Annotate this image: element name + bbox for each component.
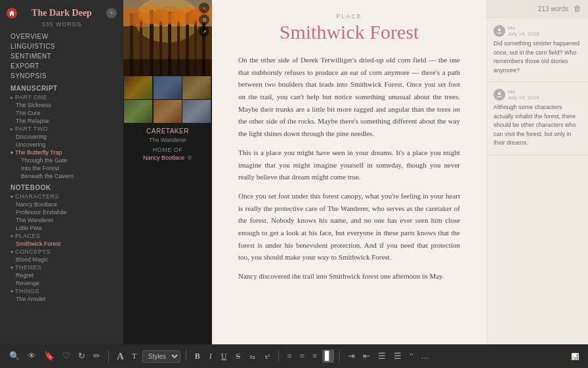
sidebar: The Dark Deep + 335 WORDS OVERVIEW LINGU… xyxy=(0,0,123,344)
strikethrough-button[interactable]: S xyxy=(232,350,243,363)
themes-label: THEMES xyxy=(15,264,42,271)
sidebar-item-little-pete[interactable]: Little Pete xyxy=(0,224,123,232)
toolbar-divider-1 xyxy=(108,350,109,362)
sidebar-item-through-gate[interactable]: Through the Gate xyxy=(0,156,123,164)
toolbar-divider-3 xyxy=(278,350,279,362)
project-title: The Dark Deep xyxy=(17,8,106,18)
home-icon[interactable] xyxy=(7,8,17,18)
comment-1-text: Did something sinister happened once, ou… xyxy=(494,39,581,75)
list-ordered-icon[interactable]: ☰ xyxy=(391,350,404,363)
nancy-gear-icon[interactable]: ⚙ xyxy=(187,154,192,161)
image-controls: + ⚙ ↗ xyxy=(199,3,209,37)
sidebar-item-nancy[interactable]: Nancy Bootlace xyxy=(0,200,123,208)
notebook-label: NOTEBOOK xyxy=(0,180,123,193)
block-icon-active[interactable]: ▋ xyxy=(322,350,334,363)
right-panel: 213 words 🗑 Me July 18, 2018 Did somethi… xyxy=(486,0,588,344)
align-right-icon[interactable]: ≡ xyxy=(310,350,320,363)
wanderer-label: The Wanderer xyxy=(123,136,212,144)
indent-icon[interactable]: ⇥ xyxy=(345,350,358,363)
part-one-label: PART ONE xyxy=(15,94,47,101)
text-icon[interactable]: A xyxy=(114,350,127,363)
sidebar-item-revenge[interactable]: Revenge xyxy=(0,279,123,287)
sidebar-item-linguistics[interactable]: LINGUISTICS xyxy=(0,41,123,51)
refresh-icon[interactable]: ↻ xyxy=(75,350,88,363)
nancy-link[interactable]: Nancy Bootlace ⚙ xyxy=(123,154,212,162)
comment-1-header: Me July 18, 2018 xyxy=(494,25,581,37)
sidebar-item-amulet[interactable]: The Amulet xyxy=(0,295,123,303)
sidebar-item-uncovering[interactable]: Uncovering xyxy=(0,141,123,149)
bottom-toolbar: 🔍 👁 🔖 ♡ ↻ ✏ A T Styles B I U S x₂ x² ≡ ≡… xyxy=(0,344,588,368)
sidebar-item-cure[interactable]: The Cure xyxy=(0,109,123,117)
bookmark-icon[interactable]: 🔖 xyxy=(41,350,57,363)
comment-2-avatar xyxy=(494,89,505,101)
sidebar-item-professor[interactable]: Professor Erstwhile xyxy=(0,208,123,216)
toolbar-divider-2 xyxy=(186,350,186,362)
main-image: + ⚙ ↗ xyxy=(123,0,212,76)
sidebar-item-relapse[interactable]: The Relapse xyxy=(0,117,123,125)
thumbnail-3[interactable] xyxy=(182,76,211,99)
superscript-button[interactable]: x² xyxy=(261,352,273,361)
thumbnail-1[interactable] xyxy=(124,76,152,99)
sidebar-item-wanderer[interactable]: The Wanderer xyxy=(0,216,123,224)
sidebar-item-sentiment[interactable]: SENTIMENT xyxy=(0,51,123,61)
search-icon[interactable]: 🔍 xyxy=(7,350,22,363)
underline-button[interactable]: U xyxy=(218,350,230,363)
align-left-icon[interactable]: ≡ xyxy=(284,350,294,363)
sidebar-item-into-forest[interactable]: Into the Forest xyxy=(0,164,123,172)
word-count: 335 WORDS xyxy=(0,21,123,32)
place-label: PLACE xyxy=(238,13,460,20)
sidebar-item-beneath-cavern[interactable]: Beneath the Cavern xyxy=(0,172,123,180)
thumbnail-6[interactable] xyxy=(182,100,211,123)
comment-1: Me July 18, 2018 Did something sinister … xyxy=(487,18,588,82)
ellipsis-icon[interactable]: … xyxy=(419,350,432,363)
text-icon-small[interactable]: T xyxy=(129,350,140,363)
sidebar-item-regret[interactable]: Regret xyxy=(0,271,123,279)
home-of-label: HOME OF xyxy=(123,144,212,154)
main-content: PLACE Smithwick Forest On the other side… xyxy=(212,0,486,344)
sidebar-item-discovering[interactable]: Discovering xyxy=(0,133,123,141)
stats-icon[interactable]: 📊 xyxy=(568,352,581,361)
sidebar-item-overview[interactable]: OVERVIEW xyxy=(0,32,123,41)
sidebar-header: The Dark Deep + xyxy=(0,0,123,21)
thumbnail-4[interactable] xyxy=(124,100,152,123)
thumbnail-5[interactable] xyxy=(154,100,182,123)
sidebar-item-synopsis[interactable]: SYNOPSIS xyxy=(0,71,123,81)
subscript-button[interactable]: x₂ xyxy=(246,352,259,361)
sidebar-item-sickness[interactable]: The Sickness xyxy=(0,101,123,109)
image-add-btn[interactable]: + xyxy=(199,3,209,13)
comment-2-meta: Me July 18, 2018 xyxy=(508,89,539,101)
comment-2: Me July 18, 2018 Although some character… xyxy=(487,82,588,155)
list-icon[interactable]: ☰ xyxy=(375,350,388,363)
italic-button[interactable]: I xyxy=(206,350,215,363)
svg-rect-21 xyxy=(123,59,212,76)
outdent-icon[interactable]: ⇤ xyxy=(360,350,373,363)
eye-icon[interactable]: 👁 xyxy=(25,350,39,363)
heart-icon[interactable]: ♡ xyxy=(60,350,73,363)
bold-button[interactable]: B xyxy=(192,350,203,363)
middle-panel: + ⚙ ↗ CARETAKER The Wanderer HOME OF Nan… xyxy=(123,0,212,344)
butterfly-trap-label[interactable]: The Butterfly Trap xyxy=(15,149,62,156)
sidebar-item-export[interactable]: EXPORT xyxy=(0,61,123,71)
styles-select[interactable]: Styles xyxy=(142,350,180,363)
paragraph-4: Nancy discovered the trail into Smithwic… xyxy=(238,270,460,283)
image-link-btn[interactable]: ↗ xyxy=(199,26,209,37)
svg-point-22 xyxy=(498,29,501,32)
sidebar-item-blood-magic[interactable]: Blood Magic xyxy=(0,256,123,264)
paragraph-3: Once you set foot under this forest cano… xyxy=(238,190,460,264)
edit-icon[interactable]: ✏ xyxy=(91,350,103,363)
manuscript-label: MANUSCRIPT xyxy=(0,81,123,93)
content-text[interactable]: On the other side of Derek Terwilliger's… xyxy=(238,54,460,283)
paragraph-2: This is a place you might have seen in y… xyxy=(238,147,460,183)
trash-icon[interactable]: 🗑 xyxy=(574,4,581,14)
image-settings-btn[interactable]: ⚙ xyxy=(199,14,209,25)
characters-label: CHARACTERS xyxy=(15,193,59,200)
align-center-icon[interactable]: ≡ xyxy=(297,350,307,363)
caretaker-label: CARETAKER xyxy=(123,124,212,136)
add-icon[interactable]: + xyxy=(106,8,117,18)
comment-2-header: Me July 18, 2018 xyxy=(494,89,581,101)
word-count-bar: 213 words 🗑 xyxy=(487,0,588,18)
paragraph-1: On the other side of Derek Terwilliger's… xyxy=(238,54,460,140)
sidebar-item-smithwick[interactable]: Smithwick Forest xyxy=(0,240,123,248)
thumbnail-2[interactable] xyxy=(154,76,182,99)
quote-icon[interactable]: " xyxy=(407,350,415,363)
